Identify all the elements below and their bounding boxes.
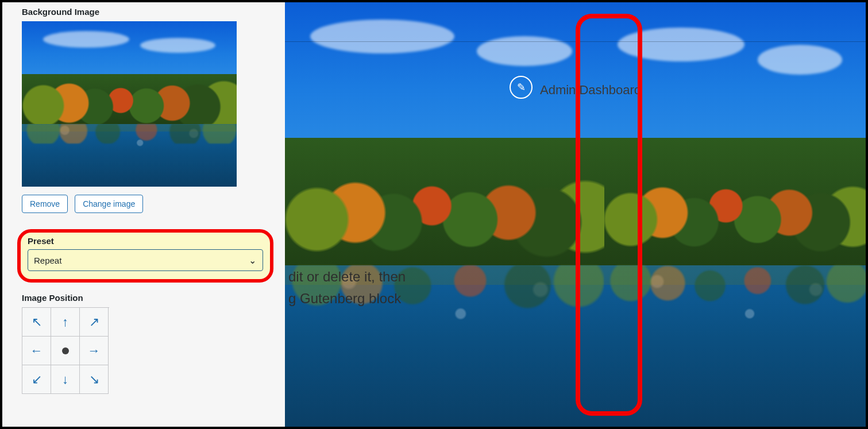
tile-seam-annotation <box>576 14 642 416</box>
arrow-down-icon: ↓ <box>62 372 68 387</box>
arrow-up-left-icon: ↖ <box>32 315 42 330</box>
image-position-heading: Image Position <box>22 293 269 303</box>
edit-shortcut-button[interactable]: ✎ <box>510 76 533 99</box>
site-preview: ✎ Admin Dashboard dit or delete it, then… <box>285 2 866 427</box>
preset-label: Preset <box>28 236 263 246</box>
arrow-left-icon: ← <box>30 343 43 358</box>
customizer-sidebar: Background Image Remove Change image Pre… <box>2 2 285 427</box>
change-image-button[interactable]: Change image <box>75 195 143 213</box>
center-dot-icon <box>62 347 69 354</box>
remove-button[interactable]: Remove <box>22 195 68 213</box>
pos-top-right[interactable]: ↗ <box>80 308 109 337</box>
bg-tile-1 <box>285 2 604 427</box>
bg-image-heading: Background Image <box>22 7 269 17</box>
pos-center[interactable] <box>51 337 80 365</box>
bg-image-thumbnail[interactable] <box>22 21 237 187</box>
arrow-up-right-icon: ↗ <box>89 315 99 330</box>
app-frame: Background Image Remove Change image Pre… <box>0 0 868 429</box>
arrow-down-right-icon: ↘ <box>89 372 99 387</box>
pencil-icon: ✎ <box>517 81 526 94</box>
bg-tile-2 <box>604 2 866 427</box>
preset-select[interactable]: Repeat <box>28 249 263 271</box>
arrow-up-icon: ↑ <box>62 315 68 330</box>
pos-middle-right[interactable]: → <box>80 337 109 365</box>
preset-highlight-annotation: Preset Repeat ⌄ <box>17 229 273 283</box>
image-position-grid: ↖ ↑ ↗ ← → ↙ ↓ ↘ <box>22 307 109 394</box>
pos-bottom-center[interactable]: ↓ <box>51 365 80 394</box>
arrow-right-icon: → <box>88 343 101 358</box>
pos-top-left[interactable]: ↖ <box>22 308 51 337</box>
pos-middle-left[interactable]: ← <box>22 337 51 365</box>
landscape-thumb <box>22 21 237 187</box>
post-excerpt-line2: g Gutenberg block <box>288 291 401 307</box>
pos-bottom-left[interactable]: ↙ <box>22 365 51 394</box>
post-excerpt-line1: dit or delete it, then <box>288 269 406 285</box>
arrow-down-left-icon: ↙ <box>32 372 42 387</box>
pos-top-center[interactable]: ↑ <box>51 308 80 337</box>
bg-image-actions: Remove Change image <box>22 195 269 213</box>
pos-bottom-right[interactable]: ↘ <box>80 365 109 394</box>
